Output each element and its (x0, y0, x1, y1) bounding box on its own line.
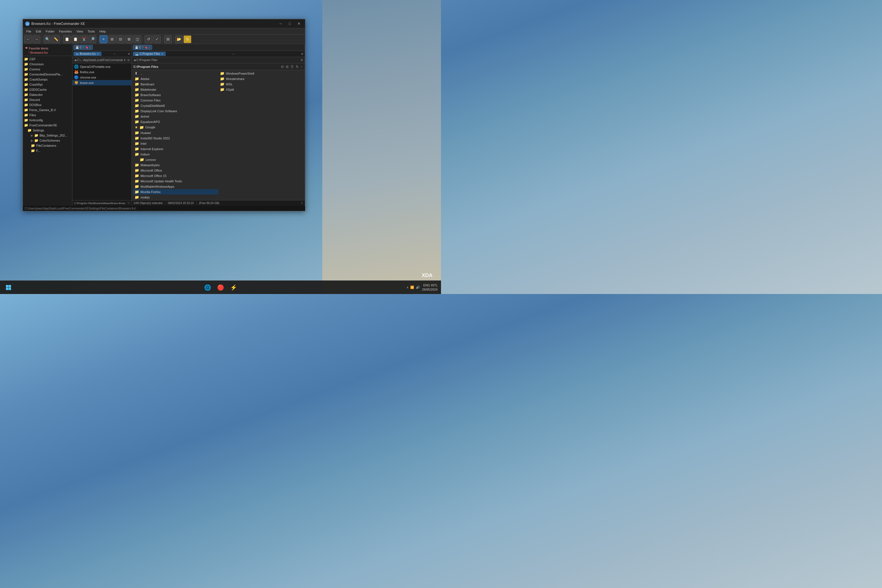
right-sort[interactable]: ⇅ (295, 65, 299, 69)
systray-chevron[interactable]: ∧ (406, 286, 408, 289)
right-file-insta360[interactable]: 📁 Insta360 Studio 2022 (133, 135, 218, 141)
menu-favorites[interactable]: Favorites (57, 29, 74, 34)
tree-item-dosbox[interactable]: 📁 DOSBox (23, 102, 72, 107)
right-tab-close[interactable]: ✕ (161, 52, 164, 56)
right-file-xsplit[interactable]: 📁 XSplit (218, 87, 304, 92)
view1-button[interactable]: ≡ (99, 35, 107, 43)
menu-edit[interactable]: Edit (34, 29, 44, 34)
right-file-iridium[interactable]: 📁 Iridium (133, 152, 218, 157)
view5-button[interactable]: ◫ (134, 35, 141, 43)
tree-item-colorschemes[interactable]: ▶ 📁 ColorSchemes (23, 138, 72, 143)
s-button[interactable]: S (183, 35, 191, 43)
right-view-toggle[interactable]: ⊟ (280, 65, 284, 69)
right-view-list[interactable]: ☰ (290, 65, 294, 69)
menu-folder[interactable]: Folder (44, 29, 57, 34)
left-file-opera[interactable]: 🌐 OperaGXPortable.exe (72, 64, 132, 69)
right-file-mozillafirefox[interactable]: 📁 Mozilla Firefox (133, 189, 218, 195)
right-panel-close-x[interactable]: ✕ (301, 52, 304, 56)
tree-item-filecontainers[interactable]: 📁 FileContainers (23, 143, 72, 148)
refresh-button[interactable]: ↺ (144, 35, 152, 43)
right-file-displaylink[interactable]: 📁 DisplayLink Core Software (133, 108, 218, 114)
right-file-equalizerapo[interactable]: 📁 EqualizerAPO (133, 119, 218, 124)
start-button[interactable] (3, 282, 14, 292)
copy-button[interactable]: 📋 (63, 35, 71, 43)
right-file-adobe[interactable]: 📁 Adobe (133, 76, 218, 81)
layout-button[interactable]: ⊞ (164, 35, 172, 43)
tree-item-freecommander[interactable]: 📁 FreeCommanderXE (23, 123, 72, 128)
tree-item-crashrpt[interactable]: 📁 CrashRpt (23, 82, 72, 87)
edit-button[interactable]: ✏️ (52, 35, 60, 43)
tree-item-crashdumps[interactable]: 📁 CrashDumps (23, 77, 72, 82)
right-close[interactable]: − (300, 65, 303, 69)
cut-button[interactable]: ✂️ (80, 35, 88, 43)
left-panel-close-x[interactable]: ✕ (128, 52, 130, 56)
left-file-brave[interactable]: 🦁 brave.exe (72, 80, 132, 86)
view2-button[interactable]: ⊞ (108, 35, 116, 43)
right-file-commonfiles[interactable]: 📁 Common Files (133, 98, 218, 103)
maximize-button[interactable]: □ (286, 21, 294, 27)
right-addr-nav[interactable]: ◀ (133, 58, 136, 62)
tree-item-settings[interactable]: 📁 Settings (23, 128, 72, 133)
copy2-button[interactable]: 📋 (72, 35, 80, 43)
right-addr-icons[interactable]: ⚙ (300, 58, 304, 62)
right-file-msoffice[interactable]: 📁 Microsoft Office (133, 168, 218, 173)
left-file-firefox[interactable]: 🦊 firefox.exe (72, 69, 132, 75)
right-panel-minus[interactable]: − (232, 52, 234, 56)
tree-item-fontconfig[interactable]: 📁 fontconfig (23, 118, 72, 123)
tree-item-connecteddevices[interactable]: 📁 ConnectedDevicesPla... (23, 72, 72, 77)
left-drive-c[interactable]: 💾 C 0 🔖 1 (74, 45, 93, 50)
system-clock[interactable]: ENG INTL 29/05/2024 (422, 283, 438, 291)
taskbar-app-browser[interactable]: 🌐 (201, 282, 213, 293)
right-file-bravesoftware[interactable]: 📁 BraveSoftware (133, 92, 218, 98)
right-file-bitdefender[interactable]: 📁 Bitdefender (133, 87, 218, 92)
view3-button[interactable]: ⊟ (117, 35, 124, 43)
check-button[interactable]: ✓ (153, 35, 161, 43)
right-file-dotdot[interactable]: ⬆ .. (133, 70, 218, 76)
menu-file[interactable]: File (24, 29, 34, 34)
right-tab-programfiles[interactable]: 💻 C:Program Files ✕ (133, 52, 166, 56)
forward-button[interactable]: → (33, 35, 40, 43)
taskbar-app-bolt[interactable]: ⚡ (228, 282, 240, 293)
tree-item-files[interactable]: 📁 Files (23, 112, 72, 118)
right-file-crystaldiskmark[interactable]: 📁 CrystalDiskMark8 (133, 103, 218, 108)
right-view-icons[interactable]: ⊞ (285, 65, 289, 69)
favorites-item-browsers[interactable]: ! Browsers.fcc (24, 51, 71, 54)
left-tab-close[interactable]: ✕ (97, 52, 99, 56)
minimize-button[interactable]: ─ (277, 21, 285, 27)
tree-item-cef[interactable]: 📁 CEF (23, 57, 72, 62)
tree-item-ferox[interactable]: 📁 Ferox_Games_B.V (23, 107, 72, 112)
left-tab-browsers[interactable]: 🗂 Browsers.fcc ✕ (74, 52, 102, 56)
right-file-wondershare[interactable]: 📁 Wondershare (218, 76, 304, 81)
back-button[interactable]: ← (24, 35, 32, 43)
search-button[interactable]: 🔍 (44, 35, 51, 43)
right-file-list[interactable]: ⬆ .. 📁 WindowsPowerShell 📁 Adobe 📁 (132, 70, 305, 200)
tree-item-chromium[interactable]: 📁 Chromium (23, 62, 72, 67)
right-file-ie[interactable]: 📁 Internet Explorer (133, 146, 218, 152)
view4-button[interactable]: ⊠ (125, 35, 133, 43)
find-button[interactable]: 🔎 (88, 35, 96, 43)
close-button[interactable]: ✕ (295, 21, 303, 27)
left-addr-nav[interactable]: ◀ (74, 58, 77, 62)
right-file-lenovo[interactable]: 📁 Lenovo (133, 157, 218, 162)
menu-help[interactable]: Help (97, 29, 108, 34)
right-file-bandicam[interactable]: 📁 Bandicam (133, 81, 218, 87)
menu-view[interactable]: View (74, 29, 86, 34)
right-file-huawei[interactable]: 📁 Huawei (133, 130, 218, 135)
right-file-dotnet[interactable]: 📁 dotnet (133, 114, 218, 119)
right-file-msoffice15[interactable]: 📁 Microsoft Office 15 (133, 173, 218, 178)
right-file-modifiablewindows[interactable]: 📁 ModifiableWindowsApps (133, 184, 218, 189)
left-panel-minus[interactable]: − (114, 52, 116, 56)
tree-item-d3dscache[interactable]: 📁 D3DSCache (23, 87, 72, 92)
right-file-malwarebytes[interactable]: 📁 Malwarebytes (133, 162, 218, 168)
right-drive-c[interactable]: 💾 C 0 🔖 1 (133, 45, 152, 50)
tree-item-datacolor[interactable]: 📁 Datacolor (23, 92, 72, 97)
right-file-wsl[interactable]: 📁 WSL (218, 81, 304, 87)
tree-item-f[interactable]: 📁 F... (23, 148, 72, 153)
tree-item-discord[interactable]: 📁 Discord (23, 97, 72, 102)
left-file-chrome[interactable]: 🔵 chrome.exe (72, 75, 132, 80)
right-file-google[interactable]: ★ 📁 Google (133, 124, 218, 130)
open-button[interactable]: 📂 (175, 35, 183, 43)
left-addr-expand[interactable]: ▼ (123, 58, 127, 62)
right-file-windowspowershell[interactable]: 📁 WindowsPowerShell (218, 70, 304, 76)
right-file-nodejs[interactable]: 📁 nodejs (133, 195, 218, 200)
